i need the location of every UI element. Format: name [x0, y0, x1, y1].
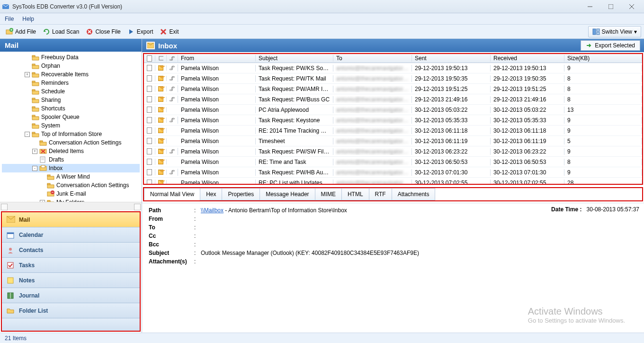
nav-item-notes[interactable]: Notes: [2, 273, 140, 288]
tree-item[interactable]: Shortcuts: [2, 104, 140, 113]
row-checkbox[interactable]: [147, 127, 152, 134]
tree-item[interactable]: Drafts: [2, 155, 140, 164]
mail-row[interactable]: Pamela WilsonTimesheetantonio@thecarenav…: [144, 136, 642, 146]
tab-hex[interactable]: Hex: [200, 188, 222, 200]
menu-file[interactable]: File: [5, 16, 14, 22]
tree-item[interactable]: +My Folders: [2, 198, 140, 202]
header-checkbox[interactable]: [144, 55, 155, 62]
row-checkbox[interactable]: [147, 169, 152, 175]
tree-item[interactable]: A Wiser Mind: [2, 172, 140, 181]
export-selected-button[interactable]: Export Selected: [581, 40, 640, 51]
tab-message-header[interactable]: Message Header: [259, 188, 315, 200]
mail-row[interactable]: Pamela WilsonRE: Time and Taskantonio@th…: [144, 157, 642, 167]
folder-tree[interactable]: Freebusy DataOrphan+Recoverable ItemsRem…: [0, 52, 142, 202]
tab-mime[interactable]: MIME: [315, 188, 342, 200]
expand-toggle[interactable]: -: [25, 132, 30, 137]
tree-label: Conversation Action Settings: [56, 182, 129, 189]
row-checkbox[interactable]: [147, 96, 152, 102]
row-checkbox[interactable]: [147, 138, 152, 144]
row-checkbox[interactable]: [147, 148, 152, 154]
row-checkbox[interactable]: [147, 75, 152, 81]
tree-item[interactable]: -Top of Information Store: [2, 130, 140, 138]
tree-item[interactable]: Orphan: [2, 62, 140, 70]
tree-horizontal-scrollbar[interactable]: [0, 202, 142, 210]
add-file-button[interactable]: Add File: [3, 27, 39, 36]
tab-html[interactable]: HTML: [341, 188, 369, 200]
row-from: Pamela Wilson: [178, 180, 256, 184]
mail-row[interactable]: 🖇Pamela WilsonTask Request: PW/KS Social…: [144, 63, 642, 73]
tree-item[interactable]: Spooler Queue: [2, 113, 140, 121]
tree-item[interactable]: -Inbox: [2, 164, 140, 172]
tree-label: Spooler Queue: [41, 114, 80, 120]
tree-item[interactable]: Sharing: [2, 96, 140, 104]
expand-toggle[interactable]: -: [32, 166, 37, 171]
row-received: 30-12-2013 07:01:30: [491, 169, 564, 176]
tree-item[interactable]: Junk E-mail: [2, 190, 140, 198]
tree-item[interactable]: Freebusy Data: [2, 53, 140, 62]
header-received[interactable]: Received: [491, 55, 564, 62]
tree-item[interactable]: Conversation Action Settings: [2, 181, 140, 190]
menu-help[interactable]: Help: [22, 16, 34, 22]
maximize-button[interactable]: [600, 0, 621, 13]
header-size[interactable]: Size(KB): [564, 55, 642, 62]
tab-normal-mail-view[interactable]: Normal Mail View: [144, 188, 200, 200]
tab-rtf[interactable]: RTF: [369, 188, 392, 200]
close-button[interactable]: [621, 0, 642, 13]
folder-icon: [32, 63, 39, 69]
svg-rect-14: [593, 29, 596, 35]
header-from[interactable]: From: [178, 55, 256, 62]
subject-label: Subject: [147, 249, 192, 257]
exit-button[interactable]: Exit: [157, 27, 181, 36]
export-button[interactable]: Export: [125, 27, 156, 36]
folder-icon: [47, 173, 54, 180]
mail-row[interactable]: 🖇Pamela WilsonTask Request: PW/SW File t…: [144, 146, 642, 157]
nav-item-mail[interactable]: Mail: [2, 212, 140, 227]
expand-toggle[interactable]: +: [25, 72, 30, 77]
nav-item-contacts[interactable]: Contacts: [2, 243, 140, 258]
row-checkbox[interactable]: [147, 159, 152, 165]
mail-row[interactable]: 🖇Pamela WilsonTask Request: PW/Buss GCan…: [144, 94, 642, 105]
row-checkbox[interactable]: [147, 117, 152, 123]
path-link[interactable]: \\Mailbox: [201, 207, 224, 214]
tab-properties[interactable]: Properties: [222, 188, 260, 200]
header-subject[interactable]: Subject: [256, 55, 333, 62]
folder-icon: [32, 88, 39, 95]
load-scan-button[interactable]: Load Scan: [40, 27, 82, 36]
header-sent[interactable]: Sent: [412, 55, 491, 62]
row-checkbox[interactable]: [147, 107, 152, 113]
mail-grid[interactable]: 🖇Pamela WilsonTask Request: PW/KS Social…: [144, 63, 642, 184]
tree-item[interactable]: +Deleted Items: [2, 147, 140, 155]
row-to: antonio@thecarenavigator.c...: [333, 65, 412, 72]
tab-attachments[interactable]: Attachments: [392, 188, 436, 200]
close-file-button[interactable]: Close File: [83, 27, 123, 36]
attachment-icon: 🖇: [167, 64, 178, 72]
nav-item-calendar[interactable]: Calendar: [2, 227, 140, 243]
switch-view-dropdown[interactable]: Switch View ▾: [588, 26, 641, 37]
header-type-icon[interactable]: [155, 55, 167, 62]
mail-row[interactable]: Pamela WilsonPC Atria Applewoodantonio@t…: [144, 105, 642, 115]
nav-item-tasks[interactable]: Tasks: [2, 258, 140, 273]
expand-toggle[interactable]: +: [32, 149, 37, 154]
mail-row[interactable]: 🖇Pamela WilsonTask Request: PW/HB Audiol…: [144, 167, 642, 178]
tree-label: Junk E-mail: [56, 190, 86, 197]
mail-row[interactable]: 🖇Pamela WilsonTask Request: PW/AMR Invoi…: [144, 84, 642, 94]
row-checkbox[interactable]: [147, 65, 152, 71]
row-checkbox[interactable]: [147, 180, 152, 184]
tree-item[interactable]: Conversation Action Settings: [2, 138, 140, 147]
mail-row[interactable]: Pamela WilsonRE: PC List with Updatesant…: [144, 178, 642, 184]
mail-row[interactable]: Pamela WilsonRE: 2014 Time Tracking Cynt…: [144, 126, 642, 136]
tree-item[interactable]: Reminders: [2, 79, 140, 87]
header-to[interactable]: To: [333, 55, 412, 62]
nav-item-folder[interactable]: Folder List: [2, 303, 140, 318]
minimize-button[interactable]: [580, 0, 600, 13]
folder-icon: [39, 156, 47, 163]
row-checkbox[interactable]: [147, 86, 152, 92]
mail-row[interactable]: 🖇Pamela WilsonTask Request: Keystoneanto…: [144, 115, 642, 126]
navigation-pane: MailCalendarContactsTasksNotesJournalFol…: [1, 211, 141, 332]
tree-item[interactable]: Schedule: [2, 87, 140, 96]
tree-item[interactable]: System: [2, 121, 140, 130]
nav-item-journal[interactable]: Journal: [2, 288, 140, 303]
header-attachment-icon[interactable]: 🖇: [167, 55, 178, 62]
tree-item[interactable]: +Recoverable Items: [2, 70, 140, 79]
mail-row[interactable]: 🖇Pamela WilsonTask Request: PW/TK Mailan…: [144, 73, 642, 84]
